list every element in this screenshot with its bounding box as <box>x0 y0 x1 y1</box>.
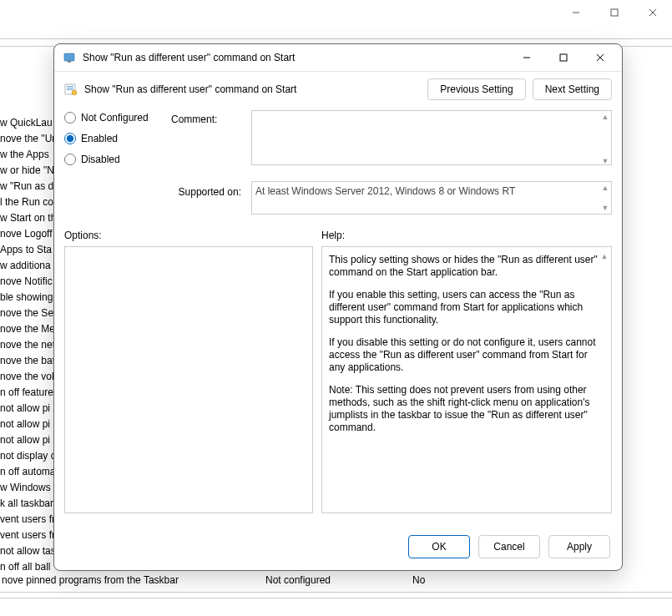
help-paragraph: Note: This setting does not prevent user… <box>329 384 604 434</box>
help-paragraph: This policy setting shows or hides the "… <box>329 254 604 279</box>
radio-disabled-input[interactable] <box>64 154 76 165</box>
bg-minimize-icon <box>557 0 595 25</box>
radio-label: Disabled <box>81 154 120 165</box>
svg-rect-11 <box>67 86 73 87</box>
bg-row-state: Not configured <box>265 574 412 590</box>
radio-label: Enabled <box>81 133 118 144</box>
scroll-up-icon[interactable]: ▲ <box>599 252 609 260</box>
previous-setting-button[interactable]: Previous Setting <box>427 78 525 100</box>
radio-enabled[interactable]: Enabled <box>64 133 166 144</box>
ok-button[interactable]: OK <box>408 535 470 558</box>
radio-enabled-input[interactable] <box>64 133 76 144</box>
radio-not-configured-input[interactable] <box>64 112 76 124</box>
dialog-footer: OK Cancel Apply <box>54 527 622 570</box>
scroll-up-icon[interactable]: ▲ <box>600 183 610 193</box>
state-radio-group: Not Configured Enabled Disabled <box>64 110 166 174</box>
titlebar: Show "Run as different user" command on … <box>54 44 622 71</box>
radio-not-configured[interactable]: Not Configured <box>64 112 166 124</box>
bg-row-comment: No <box>412 574 672 590</box>
next-setting-button[interactable]: Next Setting <box>533 78 612 100</box>
svg-rect-7 <box>560 54 567 61</box>
help-panel: ▲ This policy setting shows or hides the… <box>321 246 612 513</box>
bg-row-title: nove pinned programs from the Taskbar <box>0 574 265 590</box>
bg-window-controls <box>557 0 672 25</box>
cancel-button[interactable]: Cancel <box>478 535 540 558</box>
minimize-button[interactable] <box>508 46 545 69</box>
help-paragraph: If you enable this setting, users can ac… <box>329 289 604 326</box>
bg-maximize-icon <box>595 0 634 25</box>
bg-bottom-row: nove pinned programs from the Taskbar No… <box>0 574 672 590</box>
policy-icon <box>64 83 78 96</box>
header-row: Show "Run as different user" command on … <box>54 72 622 107</box>
svg-rect-13 <box>67 89 73 90</box>
options-panel <box>64 246 313 513</box>
help-paragraph: If you disable this setting or do not co… <box>329 336 604 374</box>
scroll-down-icon[interactable]: ▼ <box>600 156 610 166</box>
svg-rect-4 <box>64 53 74 61</box>
scroll-down-icon[interactable]: ▼ <box>600 203 610 213</box>
svg-rect-12 <box>67 88 73 88</box>
header-label: Show "Run as different user" command on … <box>84 83 421 95</box>
help-label: Help: <box>321 230 612 241</box>
apply-button[interactable]: Apply <box>548 535 610 558</box>
bg-footer-divider <box>0 592 672 598</box>
supported-on-value: At least Windows Server 2012, Windows 8 … <box>251 181 612 215</box>
close-button[interactable] <box>582 46 619 69</box>
svg-point-14 <box>72 90 77 95</box>
app-icon <box>63 51 76 64</box>
policy-dialog: Show "Run as different user" command on … <box>53 43 623 571</box>
radio-disabled[interactable]: Disabled <box>64 154 166 165</box>
bg-close-icon <box>634 0 672 25</box>
comment-textarea[interactable] <box>251 110 612 165</box>
scroll-up-icon[interactable]: ▲ <box>600 112 610 122</box>
svg-rect-1 <box>611 9 618 16</box>
svg-rect-5 <box>68 61 71 63</box>
comment-label: Comment: <box>171 110 246 125</box>
maximize-button[interactable] <box>545 46 582 69</box>
options-label: Options: <box>64 230 313 241</box>
dialog-title: Show "Run as different user" command on … <box>83 52 295 63</box>
supported-on-label: Supported on: <box>171 181 246 215</box>
radio-label: Not Configured <box>81 112 149 124</box>
